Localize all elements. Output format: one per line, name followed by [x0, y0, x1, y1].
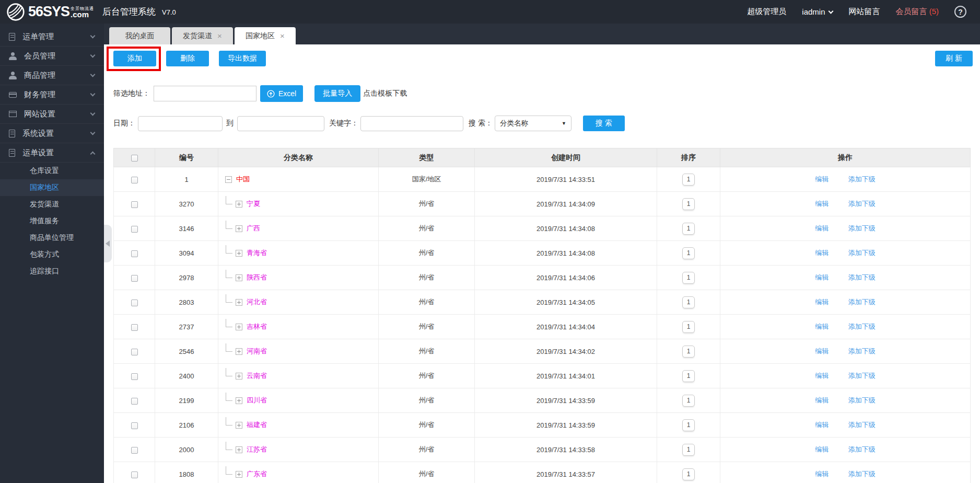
region-name-link[interactable]: 江苏省 — [247, 445, 267, 454]
sort-value[interactable]: 1 — [682, 198, 695, 210]
add-button[interactable]: 添加 — [113, 51, 156, 66]
add-child-link[interactable]: 添加下级 — [848, 273, 876, 281]
add-child-link[interactable]: 添加下级 — [848, 200, 876, 208]
edit-link[interactable]: 编辑 — [815, 323, 829, 330]
region-name-link[interactable]: 河南省 — [247, 347, 267, 356]
date-to-input[interactable] — [237, 116, 324, 131]
expand-node-icon[interactable] — [236, 471, 242, 478]
sidebar-subitem[interactable]: 仓库设置 — [0, 163, 104, 179]
expand-node-icon[interactable] — [236, 348, 242, 355]
keyword-input[interactable] — [360, 116, 463, 131]
expand-node-icon[interactable] — [236, 446, 242, 453]
add-child-link[interactable]: 添加下级 — [848, 470, 876, 478]
excel-button[interactable]: Excel — [260, 85, 303, 102]
add-child-link[interactable]: 添加下级 — [848, 372, 876, 380]
tab[interactable]: 发货渠道 × — [172, 27, 233, 44]
select-all-checkbox[interactable] — [131, 155, 138, 162]
row-checkbox[interactable] — [131, 201, 138, 208]
expand-node-icon[interactable] — [236, 324, 242, 330]
add-child-link[interactable]: 添加下级 — [848, 175, 876, 183]
refresh-button[interactable]: 刷 新 — [935, 51, 973, 66]
edit-link[interactable]: 编辑 — [815, 347, 829, 355]
add-child-link[interactable]: 添加下级 — [848, 421, 876, 429]
expand-node-icon[interactable] — [236, 274, 242, 281]
edit-link[interactable]: 编辑 — [815, 372, 829, 380]
row-checkbox[interactable] — [131, 226, 138, 233]
sort-value[interactable]: 1 — [682, 223, 695, 235]
edit-link[interactable]: 编辑 — [815, 200, 829, 208]
sidebar-subitem[interactable]: 增值服务 — [0, 213, 104, 229]
edit-link[interactable]: 编辑 — [815, 224, 829, 232]
edit-link[interactable]: 编辑 — [815, 249, 829, 257]
sidebar-item[interactable]: 网站设置 — [0, 105, 104, 124]
sort-value[interactable]: 1 — [682, 370, 695, 382]
sort-value[interactable]: 1 — [682, 419, 695, 431]
help-icon[interactable]: ? — [954, 6, 966, 18]
region-name-link[interactable]: 福建省 — [247, 420, 267, 430]
row-checkbox[interactable] — [131, 250, 138, 257]
sort-value[interactable]: 1 — [682, 395, 695, 407]
expand-node-icon[interactable] — [236, 225, 242, 232]
delete-button[interactable]: 删除 — [166, 51, 209, 66]
sidebar-item[interactable]: 系统设置 — [0, 124, 104, 143]
row-checkbox[interactable] — [131, 275, 138, 282]
sort-value[interactable]: 1 — [682, 296, 695, 308]
sidebar-subitem[interactable]: 发货渠道 — [0, 196, 104, 213]
region-name-link[interactable]: 陕西省 — [247, 273, 267, 282]
region-name-link[interactable]: 广西 — [247, 224, 260, 233]
row-checkbox[interactable] — [131, 300, 138, 306]
add-child-link[interactable]: 添加下级 — [848, 298, 876, 306]
date-from-input[interactable] — [138, 116, 223, 131]
edit-link[interactable]: 编辑 — [815, 470, 829, 478]
sidebar-item[interactable]: 运单设置 — [0, 143, 104, 163]
collapse-node-icon[interactable] — [225, 176, 232, 183]
sidebar-subitem[interactable]: 包装方式 — [0, 246, 104, 263]
edit-link[interactable]: 编辑 — [815, 273, 829, 281]
region-name-link[interactable]: 云南省 — [247, 371, 267, 381]
tab-close-icon[interactable]: × — [217, 32, 222, 40]
region-name-link[interactable]: 青海省 — [247, 248, 267, 258]
sidebar-item[interactable]: 商品管理 — [0, 66, 104, 85]
row-checkbox[interactable] — [131, 472, 138, 478]
sort-value[interactable]: 1 — [682, 272, 695, 284]
region-name-link[interactable]: 吉林省 — [247, 322, 267, 331]
edit-link[interactable]: 编辑 — [815, 175, 829, 183]
tab[interactable]: 我的桌面 — [109, 27, 170, 44]
export-data-button[interactable]: 导出数据 — [219, 51, 266, 66]
add-child-link[interactable]: 添加下级 — [848, 396, 876, 404]
expand-node-icon[interactable] — [236, 373, 242, 380]
region-name-link[interactable]: 广东省 — [247, 469, 267, 479]
expand-node-icon[interactable] — [236, 250, 242, 257]
template-download-link[interactable]: 点击模板下载 — [363, 89, 407, 98]
sort-value[interactable]: 1 — [682, 174, 695, 186]
row-checkbox[interactable] — [131, 373, 138, 380]
row-checkbox[interactable] — [131, 324, 138, 331]
site-messages-link[interactable]: 网站留言 — [848, 7, 880, 17]
expand-node-icon[interactable] — [236, 397, 242, 404]
add-child-link[interactable]: 添加下级 — [848, 249, 876, 257]
member-messages-link[interactable]: 会员留言 (5) — [895, 7, 939, 17]
row-checkbox[interactable] — [131, 177, 138, 183]
sort-value[interactable]: 1 — [682, 321, 695, 333]
expand-node-icon[interactable] — [236, 201, 242, 208]
sidebar-collapse-handle[interactable] — [104, 225, 112, 262]
add-child-link[interactable]: 添加下级 — [848, 445, 876, 453]
region-name-link[interactable]: 河北省 — [247, 297, 267, 307]
batch-import-button[interactable]: 批量导入 — [314, 85, 360, 102]
user-menu[interactable]: iadmin — [802, 7, 833, 16]
edit-link[interactable]: 编辑 — [815, 396, 829, 404]
edit-link[interactable]: 编辑 — [815, 421, 829, 429]
search-type-select[interactable]: 分类名称 ▼ — [495, 116, 571, 131]
sidebar-subitem[interactable]: 商品单位管理 — [0, 229, 104, 246]
sidebar-item[interactable]: 财务管理 — [0, 85, 104, 105]
add-child-link[interactable]: 添加下级 — [848, 347, 876, 355]
sidebar-subitem[interactable]: 追踪接口 — [0, 263, 104, 280]
tab-close-icon[interactable]: × — [280, 32, 285, 40]
sidebar-item[interactable]: 会员管理 — [0, 47, 104, 66]
row-checkbox[interactable] — [131, 422, 138, 429]
region-name-link[interactable]: 中国 — [236, 175, 250, 184]
sidebar-subitem[interactable]: 国家地区 — [0, 179, 104, 196]
edit-link[interactable]: 编辑 — [815, 445, 829, 453]
row-checkbox[interactable] — [131, 349, 138, 355]
add-child-link[interactable]: 添加下级 — [848, 224, 876, 232]
